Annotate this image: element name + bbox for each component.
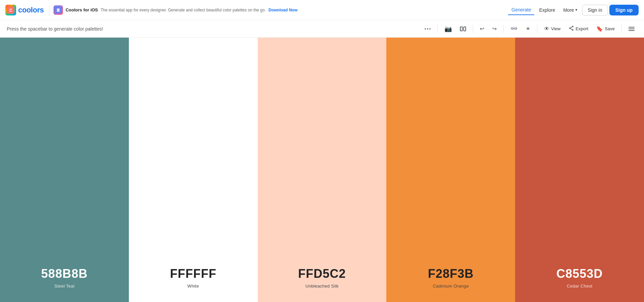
brightness-button[interactable]: ☀ [523,24,533,34]
color-hex-4: C8553D [521,267,639,281]
color-info-3: F28F3BCadmium Orange [386,267,515,289]
logo-link[interactable]: C coolors [5,5,44,15]
color-hex-1: FFFFFF [134,267,252,281]
color-panel-1[interactable]: FFFFFFWhite [129,38,258,302]
color-name-0: Steel Teal [5,284,123,289]
toolbar-separator-2 [473,25,473,33]
toolbar-separator-5 [621,25,622,33]
svg-text:C: C [9,8,12,13]
three-dots-icon [425,28,431,30]
export-label: Export [576,26,588,31]
promo-app-name: Coolors for iOS [66,7,98,12]
share-icon [569,26,574,32]
more-options-button[interactable] [422,26,433,32]
color-info-0: 588B8BSteel Teal [0,267,129,289]
sign-up-button[interactable]: Sign up [609,5,639,15]
color-name-3: Cadmium Orange [392,284,510,289]
eye-icon: 👁 [544,26,549,32]
compare-icon [460,27,466,31]
logo-text: coolors [18,6,44,14]
color-hex-3: F28F3B [392,267,510,281]
svg-point-6 [572,30,573,31]
export-button[interactable]: Export [566,24,591,34]
save-button[interactable]: 🔖 Save [594,24,617,34]
svg-point-5 [572,26,573,27]
redo-button[interactable] [490,24,499,34]
color-panel-0[interactable]: 588B8BSteel Teal [0,38,129,302]
top-navigation: C coolors Coolors for iOS The essential … [0,0,644,20]
color-info-1: FFFFFFWhite [129,267,258,289]
camera-button[interactable]: 📷 [442,23,455,35]
bookmark-icon: 🔖 [596,26,603,32]
explore-nav-button[interactable]: Explore [536,5,558,15]
hamburger-icon [629,27,635,31]
svg-point-7 [569,28,570,29]
color-info-2: FFD5C2Unbleached Silk [258,267,387,289]
spacebar-hint: Press the spacebar to generate color pal… [7,26,419,32]
color-info-4: C8553DCedar Chest [515,267,644,289]
promo-description: The essential app for every designer. Ge… [101,8,266,12]
toolbar: Press the spacebar to generate color pal… [0,20,644,38]
undo-button[interactable] [477,24,487,34]
sun-icon: ☀ [526,26,530,32]
toolbar-separator-4 [537,25,537,33]
color-panel-3[interactable]: F28F3BCadmium Orange [386,38,515,302]
generate-nav-button[interactable]: Generate [508,5,534,15]
color-panel-4[interactable]: C8553DCedar Chest [515,38,644,302]
color-name-1: White [134,284,252,289]
more-nav-button[interactable]: More ▾ [560,5,581,15]
app-promo-banner: Coolors for iOS The essential app for ev… [49,5,297,15]
nav-actions: Generate Explore More ▾ Sign in Sign up [508,5,639,15]
svg-line-9 [570,29,572,30]
chevron-down-icon: ▾ [575,8,577,12]
promo-download-link[interactable]: Download Now [269,8,297,12]
color-palette: 588B8BSteel TealFFFFFFWhiteFFD5C2Unbleac… [0,38,644,302]
toolbar-separator-1 [437,25,438,33]
sign-in-button[interactable]: Sign in [582,5,608,15]
svg-rect-4 [58,11,59,11]
glasses-icon: 👓 [510,25,517,32]
color-panel-2[interactable]: FFD5C2Unbleached Silk [258,38,387,302]
color-hex-0: 588B8B [5,267,123,281]
camera-icon: 📷 [444,25,452,33]
compare-button[interactable] [457,25,469,33]
toolbar-separator-3 [503,25,504,33]
logo-icon: C [5,5,16,15]
accessibility-button[interactable]: 👓 [508,23,520,34]
svg-line-8 [570,27,572,28]
promo-app-icon [53,5,63,15]
color-name-4: Cedar Chest [521,284,639,289]
color-name-2: Unbleached Silk [263,284,381,289]
view-button[interactable]: 👁 View [541,24,563,34]
color-hex-2: FFD5C2 [263,267,381,281]
save-label: Save [605,26,615,31]
undo-icon [480,26,484,32]
hamburger-menu-button[interactable] [626,25,637,33]
view-label: View [551,26,561,31]
redo-icon [492,26,497,32]
